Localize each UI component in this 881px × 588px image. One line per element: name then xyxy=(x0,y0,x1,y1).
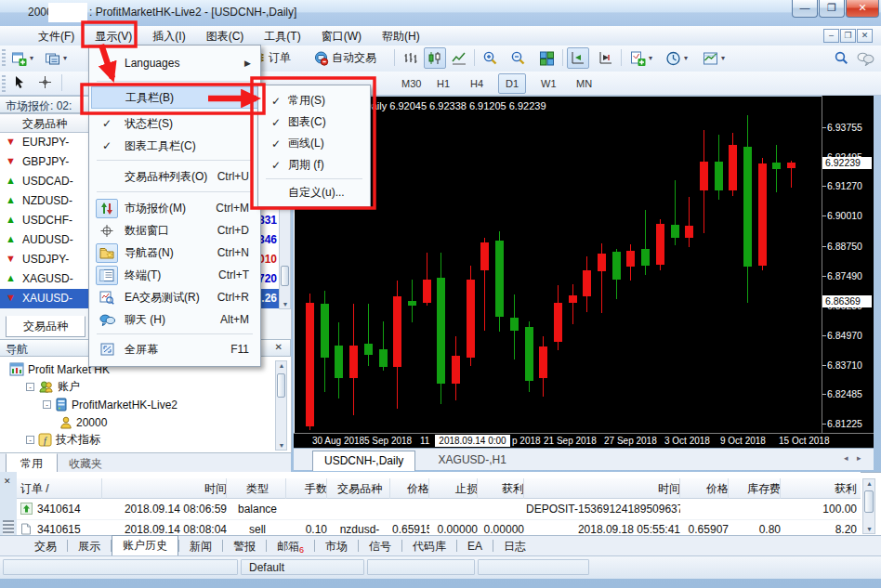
scroll-down-arrow[interactable]: ▼ xyxy=(281,301,290,307)
periods-button[interactable]: ▾ xyxy=(662,47,691,69)
column-header[interactable]: 订单 / xyxy=(20,478,102,499)
timeframe-h4-button[interactable]: H4 xyxy=(463,73,491,94)
view-menu-item-2[interactable]: 工具栏(B) xyxy=(91,86,258,109)
view-menu-item-9[interactable]: 数据窗口Ctrl+D xyxy=(91,219,258,242)
menu-item-0[interactable]: 文件(F) xyxy=(28,26,85,46)
scroll-down-arrow[interactable]: ▼ xyxy=(277,442,286,449)
menu-item-5[interactable]: 窗口(W) xyxy=(311,26,372,46)
window-minimize-button[interactable]: — xyxy=(792,0,818,18)
window-close-button[interactable]: ✕ xyxy=(846,0,879,18)
menu-item-6[interactable]: 帮助(H) xyxy=(372,26,430,46)
navigator-close-icon[interactable]: ✕ xyxy=(275,342,283,352)
column-header[interactable]: 时间 xyxy=(104,478,227,499)
tree-expander[interactable]: - xyxy=(26,383,34,391)
templates-button[interactable]: ▾ xyxy=(699,47,729,69)
column-header[interactable]: 类型 xyxy=(229,478,286,499)
scroll-thumb[interactable] xyxy=(864,490,874,513)
view-menu-item-12[interactable]: EA交易测试(R)Ctrl+R xyxy=(91,286,258,308)
scroll-up-arrow[interactable]: ▲ xyxy=(864,480,874,487)
terminal-tab-3[interactable]: 新闻 xyxy=(179,537,222,555)
view-menu-item-3[interactable]: ✓状态栏(S) xyxy=(91,112,258,135)
view-menu-item-15[interactable]: 全屏幕F11 xyxy=(91,338,258,360)
terminal-tab-10[interactable]: 日志 xyxy=(493,537,536,555)
view-menu-item-13[interactable]: 聊天 (H)Alt+M xyxy=(91,308,258,331)
column-header[interactable]: 获利 xyxy=(480,478,524,499)
menu-item-4[interactable]: 工具(T) xyxy=(254,26,310,46)
toolbars-submenu-item-1[interactable]: ✓图表(C) xyxy=(260,111,368,133)
navigator-item-4[interactable]: -f技术指标 xyxy=(26,431,100,449)
terminal-tab-2[interactable]: 账户历史 xyxy=(112,535,178,555)
cursor-tool-button[interactable] xyxy=(7,72,30,92)
toolbars-submenu-item-5[interactable]: 自定义(u)... xyxy=(260,182,368,203)
toolbars-submenu-item-2[interactable]: ✓画线(L) xyxy=(260,133,368,154)
crosshair-tool-button[interactable] xyxy=(33,72,56,92)
chart-tab-0[interactable]: USDCNH-,Daily xyxy=(312,451,415,471)
line-chart-button[interactable] xyxy=(448,47,470,69)
column-header[interactable]: 止损 xyxy=(431,478,478,499)
terminal-tab-0[interactable]: 交易 xyxy=(24,537,67,555)
navigator-tab-0[interactable]: 常用 xyxy=(6,453,58,474)
chart-window[interactable]: USDCNH-,Daily 6.92045 6.92338 6.91205 6.… xyxy=(294,96,874,469)
menu-item-2[interactable]: 插入(I) xyxy=(142,26,195,46)
mdi-close-button[interactable]: ✕ xyxy=(857,29,873,43)
navigator-scrollbar[interactable]: ▲▼ xyxy=(275,360,287,451)
view-menu-item-8[interactable]: 市场报价(M)Ctrl+M xyxy=(91,197,258,219)
view-menu-item-0[interactable]: Languages▶ xyxy=(91,52,258,74)
terminal-scrollbar[interactable]: ▲▼ xyxy=(862,478,875,534)
navigator-item-3[interactable]: 20000 xyxy=(59,413,107,431)
terminal-tab-8[interactable]: 代码库 xyxy=(402,537,456,555)
terminal-tab-6[interactable]: 市场 xyxy=(315,537,358,555)
toolbar-handle[interactable] xyxy=(2,75,6,93)
terminal-tab-5[interactable]: 邮箱6 xyxy=(267,537,314,555)
scroll-thumb[interactable] xyxy=(277,373,285,398)
toolbars-submenu-item-3[interactable]: ✓周期 (f) xyxy=(260,154,368,176)
chat-button[interactable] xyxy=(853,47,877,69)
market-watch-tab[interactable]: 交易品种 xyxy=(6,316,85,337)
navigator-item-1[interactable]: -账户 xyxy=(26,378,80,396)
toolbar-handle[interactable] xyxy=(2,49,6,67)
timeframe-mn-button[interactable]: MN xyxy=(569,73,599,94)
scroll-down-arrow[interactable]: ▼ xyxy=(864,526,874,532)
chart-shift-button[interactable] xyxy=(595,47,617,69)
timeframe-d1-button[interactable]: D1 xyxy=(498,73,526,94)
navigator-item-2[interactable]: -ProfitMarketHK-Live2 xyxy=(43,396,178,413)
column-header[interactable]: 价格 xyxy=(392,478,429,499)
tile-windows-button[interactable] xyxy=(534,47,559,69)
menu-view[interactable]: 显示(V) xyxy=(85,26,142,46)
tree-expander[interactable]: - xyxy=(43,400,51,409)
zoom-out-button[interactable] xyxy=(506,47,529,69)
view-menu-item-4[interactable]: ✓图表工具栏(C) xyxy=(91,135,258,157)
timeframe-w1-button[interactable]: W1 xyxy=(533,73,564,94)
column-header[interactable]: 手数 xyxy=(288,478,327,499)
terminal-close-icon[interactable]: ✕ xyxy=(4,477,11,486)
search-button[interactable] xyxy=(831,47,851,69)
column-header[interactable]: 交易品种 xyxy=(329,478,390,499)
mdi-restore-button[interactable]: ❐ xyxy=(840,29,856,43)
timeframe-h1-button[interactable]: H1 xyxy=(429,73,457,94)
terminal-tab-4[interactable]: 警报 xyxy=(223,537,266,555)
terminal-tab-7[interactable]: 信号 xyxy=(359,537,401,555)
view-menu-item-11[interactable]: 终端(T)Ctrl+T xyxy=(91,264,258,286)
view-menu-item-6[interactable]: 交易品种列表(O)Ctrl+U xyxy=(91,165,258,188)
scroll-thumb[interactable] xyxy=(281,266,289,286)
zoom-in-button[interactable] xyxy=(479,47,501,69)
scroll-up-arrow[interactable]: ▲ xyxy=(277,362,286,369)
candlestick-button[interactable] xyxy=(424,47,446,69)
history-row-0[interactable]: 34106142018.09.14 08:06:59balanceDEPOSIT… xyxy=(17,499,861,520)
chart-plot-area[interactable] xyxy=(294,96,822,433)
column-header[interactable]: 时间 xyxy=(526,478,680,499)
window-restore-button[interactable]: ❐ xyxy=(819,0,845,18)
view-menu-item-10[interactable]: 导航器(N)Ctrl+N xyxy=(91,242,258,264)
menu-item-3[interactable]: 图表(C) xyxy=(196,26,255,46)
navigator-tab-1[interactable]: 收藏夹 xyxy=(59,453,112,474)
status-profile[interactable]: Default xyxy=(241,559,364,575)
tree-expander[interactable]: - xyxy=(26,436,34,444)
terminal-tab-1[interactable]: 展示 xyxy=(68,537,111,555)
indicators-button[interactable]: ▾ xyxy=(626,47,656,69)
toolbars-submenu-item-0[interactable]: ✓常用(S) xyxy=(260,90,368,111)
tab-scroll-right-icon[interactable]: ▸ xyxy=(857,453,861,463)
autotrade-button[interactable]: 自动交易 xyxy=(301,47,388,69)
terminal-tab-9[interactable]: EA xyxy=(457,537,493,555)
chart-tab-1[interactable]: XAGUSD-,H1 xyxy=(427,451,518,470)
timeframe-m30-button[interactable]: M30 xyxy=(394,73,428,94)
